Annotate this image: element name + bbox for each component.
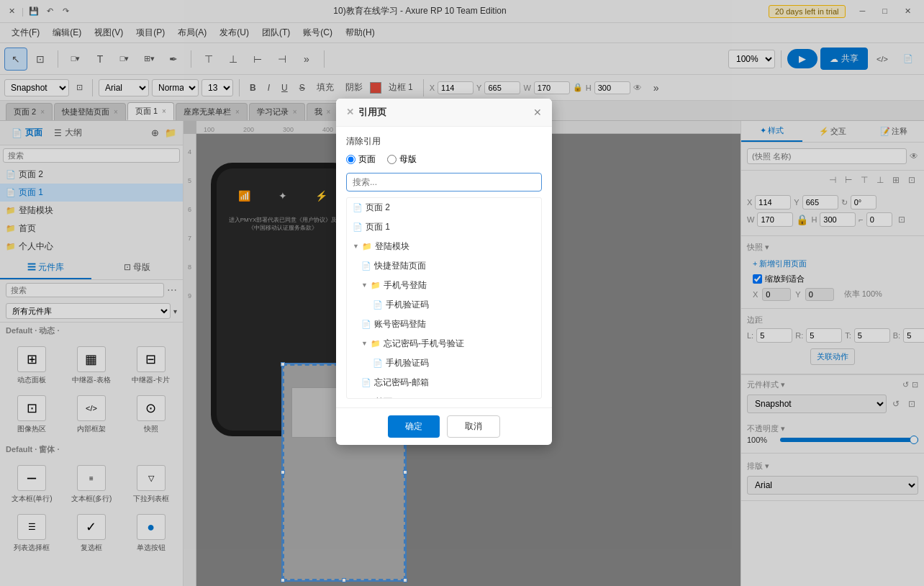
- dtree-page2-icon: 📄: [353, 203, 363, 212]
- dialog-tree: 📄 页面 2 📄 页面 1 ▼ 📁 登陆模块 📄 快捷登陆页面: [346, 197, 542, 399]
- dialog-search-input[interactable]: [346, 173, 542, 191]
- dtree-login-module[interactable]: ▼ 📁 登陆模块: [347, 237, 541, 256]
- dtree-home-icon: 📁: [362, 397, 372, 399]
- dtree-account-login-icon: 📄: [361, 320, 371, 329]
- dialog-header: ✕ 引用页 ✕: [336, 99, 552, 127]
- dtree-quick-login-icon: 📄: [361, 261, 371, 271]
- dtree-phone-login[interactable]: ▼ 📁 手机号登陆: [347, 276, 541, 295]
- cancel-button[interactable]: 取消: [447, 415, 500, 438]
- radio-master-input[interactable]: [387, 155, 397, 164]
- dtree-home[interactable]: ▼ 📁 首页: [347, 392, 541, 399]
- dialog-overlay: ✕ 引用页 ✕ 清除引用 页面 母版 📄: [0, 0, 924, 586]
- radio-master[interactable]: 母版: [387, 153, 417, 166]
- radio-page-input[interactable]: [346, 155, 355, 164]
- dtree-forgot-email-icon: 📄: [361, 378, 371, 387]
- confirm-button[interactable]: 确定: [388, 415, 440, 438]
- dtree-page1[interactable]: 📄 页面 1: [347, 217, 541, 237]
- dtree-page2[interactable]: 📄 页面 2: [347, 198, 541, 217]
- dtree-forgot-email[interactable]: 📄 忘记密码-邮箱: [347, 373, 541, 392]
- dtree-phone-code[interactable]: 📄 手机验证码: [347, 295, 541, 315]
- dtree-forgot-phone-icon: 📁: [371, 339, 381, 348]
- radio-group: 页面 母版: [346, 153, 542, 166]
- dtree-login-module-icon: 📁: [362, 242, 372, 251]
- radio-page[interactable]: 页面: [346, 153, 376, 166]
- dtree-phone-code-2-icon: 📄: [373, 359, 383, 368]
- dialog-body: 清除引用 页面 母版 📄 页面 2: [336, 127, 552, 407]
- dtree-account-login[interactable]: 📄 账号密码登陆: [347, 315, 541, 334]
- dtree-forgot-phone[interactable]: ▼ 📁 忘记密码-手机号验证: [347, 334, 541, 353]
- dtree-phone-login-icon: 📁: [371, 281, 381, 290]
- ref-page-dialog: ✕ 引用页 ✕ 清除引用 页面 母版 📄: [336, 99, 552, 445]
- dialog-footer: 确定 取消: [336, 407, 552, 445]
- dtree-phone-code-2[interactable]: 📄 手机验证码: [347, 353, 541, 373]
- dialog-title: ✕ 引用页: [346, 106, 386, 119]
- dtree-page1-icon: 📄: [353, 222, 363, 232]
- dtree-phone-code-icon: 📄: [373, 300, 383, 310]
- dialog-title-icon: ✕: [346, 107, 354, 117]
- dialog-close-btn[interactable]: ✕: [533, 107, 542, 118]
- dialog-section-title: 清除引用: [346, 135, 542, 148]
- dtree-quick-login[interactable]: 📄 快捷登陆页面: [347, 256, 541, 276]
